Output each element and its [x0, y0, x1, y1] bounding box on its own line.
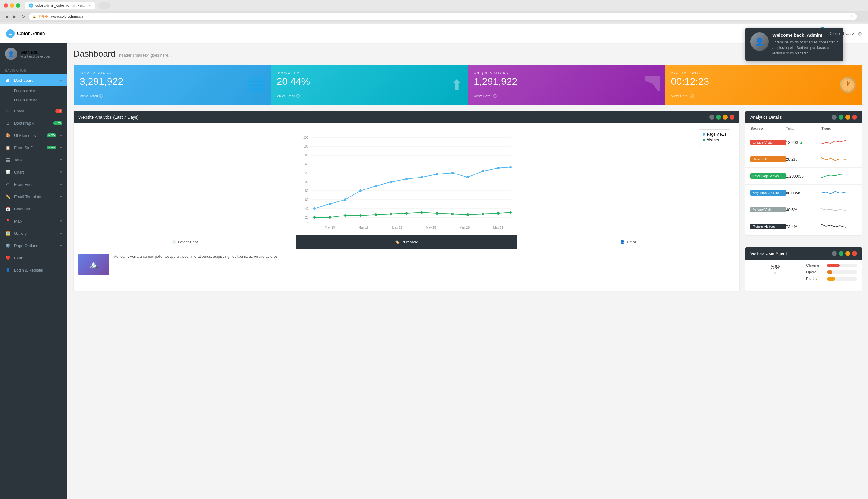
- sidebar-item-label-form-stuff: Form Stuff: [14, 145, 44, 150]
- stat-value-total-visitors: 3,291,922: [80, 76, 265, 87]
- legend-page-views: Page Views: [703, 132, 726, 136]
- sidebar-item-page-options[interactable]: ⚙️ Page Options ▼: [0, 240, 68, 252]
- sidebar: 👤 Sean Ngu Front end developer Navigatio…: [0, 43, 68, 499]
- sidebar-item-ui-elements[interactable]: 🎨 UI Elements NEW ▼: [0, 129, 68, 142]
- value-return-visitors: 73.4%: [786, 224, 821, 229]
- minimize-window-button[interactable]: [10, 3, 14, 8]
- svg-rect-0: [6, 158, 8, 159]
- bottom-tabs: 📄 Latest Post 🏷️ Purchase 👤 Email: [73, 235, 739, 280]
- svg-text:May 25: May 25: [426, 226, 436, 229]
- sidebar-item-label-map: Map: [14, 219, 56, 223]
- analytics-green-button[interactable]: [839, 115, 844, 120]
- tab-latest-post[interactable]: 📄 Latest Post: [73, 235, 296, 248]
- bootstrap-new-badge: NEW: [53, 121, 62, 125]
- ie-percent: 5%: [750, 263, 801, 271]
- sidebar-item-dashboard[interactable]: Dashboard ▼: [0, 74, 68, 86]
- svg-point-49: [344, 214, 346, 217]
- visitors-edit-button[interactable]: [832, 251, 837, 256]
- svg-rect-1: [8, 158, 10, 159]
- sidebar-item-chart[interactable]: 📊 Chart ▼: [0, 166, 68, 178]
- value-new-visits: 40.5%: [786, 208, 821, 212]
- chart-minimize-button[interactable]: [723, 115, 728, 120]
- sidebar-item-front-end[interactable]: ∞ Front End ▼: [0, 178, 68, 191]
- tab-header: 📄 Latest Post 🏷️ Purchase 👤 Email: [73, 235, 739, 249]
- chart-close-button[interactable]: [730, 115, 734, 120]
- stat-link-bounce-rate[interactable]: View Detail ⓘ: [277, 91, 462, 99]
- sidebar-item-calendar[interactable]: 📅 Calendar: [0, 203, 68, 215]
- tab-email-bottom[interactable]: 👤 Email: [517, 235, 739, 248]
- sidebar-user-name: Sean Ngu: [20, 50, 50, 54]
- stat-link-unique-visitors[interactable]: View Detail ⓘ: [474, 91, 659, 99]
- sidebar-item-email[interactable]: ✉ Email 10: [0, 105, 68, 117]
- sidebar-avatar: 👤: [5, 48, 17, 60]
- close-window-button[interactable]: [4, 3, 8, 8]
- notification-popup: 👤 Welcome back, Admin! Lorem ipsum dolor…: [746, 27, 844, 61]
- svg-point-58: [482, 213, 484, 215]
- refresh-button[interactable]: ↻: [20, 13, 26, 20]
- sidebar-item-bootstrap4[interactable]: B Bootstrap 4 NEW: [0, 117, 68, 129]
- sidebar-item-extra[interactable]: ❤️ Extra: [0, 252, 68, 264]
- chevron-right-icon-gallery: ▼: [59, 232, 62, 235]
- tables-icon: [5, 157, 11, 163]
- analytics-edit-button[interactable]: [832, 115, 837, 120]
- purchase-icon: 🏷️: [395, 240, 400, 244]
- stat-link-avg-time[interactable]: View Detail ⓘ: [671, 91, 856, 99]
- sidebar-item-gallery[interactable]: 🖼️ Gallery ▼: [0, 227, 68, 240]
- sidebar-item-label-login-register: Login & Register: [14, 268, 62, 272]
- chart-edit-button[interactable]: [709, 115, 714, 120]
- chrome-track: [827, 264, 857, 267]
- visitors-user-agent-panel: Visitors User Agent 5% IE: [746, 247, 862, 291]
- back-button[interactable]: ◀: [4, 13, 10, 20]
- sidebar-item-email-template[interactable]: ✏️ Email Template ▼: [0, 191, 68, 203]
- maximize-window-button[interactable]: [16, 3, 20, 8]
- svg-text:60: 60: [305, 198, 309, 202]
- sidebar-item-tables[interactable]: Tables ▼: [0, 154, 68, 166]
- stat-link-total-visitors[interactable]: View Detail ⓘ: [80, 91, 265, 99]
- bootstrap-icon: B: [5, 120, 11, 126]
- svg-text:May 28: May 28: [460, 226, 470, 229]
- tab-close-button[interactable]: ✕: [88, 4, 91, 7]
- new-tab-button[interactable]: [98, 2, 111, 9]
- people-icon: 👤: [620, 240, 625, 244]
- analytics-minimize-button[interactable]: [845, 115, 850, 120]
- forward-button[interactable]: ▶: [12, 13, 18, 20]
- svg-point-59: [497, 212, 499, 215]
- stat-label-bounce-rate: BOUNCE RATE: [277, 71, 462, 75]
- notification-body: Lorem ipsum dolor sit amet, consectetur …: [772, 39, 839, 56]
- chart-green-button[interactable]: [716, 115, 721, 120]
- chart-icon: 📊: [5, 169, 11, 175]
- visitors-minimize-button[interactable]: [845, 251, 850, 256]
- visitors-close-button[interactable]: [852, 251, 857, 256]
- svg-text:May 15: May 15: [325, 226, 335, 229]
- svg-point-45: [497, 167, 499, 169]
- sidebar-subitem-dashboard-v2[interactable]: Dashboard v2: [0, 96, 68, 105]
- browser-tab[interactable]: 🌐 color admin_color admin 下载... ✕: [25, 2, 95, 10]
- legend-visitors: Visitors: [703, 138, 726, 142]
- svg-text:0: 0: [306, 222, 309, 225]
- heart-icon: ❤️: [5, 255, 11, 261]
- sidebar-item-map[interactable]: 📍 Map ▼: [0, 215, 68, 227]
- analytics-panel-actions: [832, 115, 857, 120]
- sidebar-item-login-register[interactable]: 👤 Login & Register: [0, 264, 68, 276]
- svg-point-36: [359, 190, 362, 192]
- notification-close-button[interactable]: Close: [830, 31, 840, 36]
- svg-point-53: [405, 212, 408, 215]
- gear-icon[interactable]: ⚙: [858, 31, 862, 37]
- svg-point-38: [390, 181, 392, 183]
- browser-stats-top: 5% IE Chrome: [750, 263, 857, 283]
- tab-purchase[interactable]: 🏷️ Purchase: [296, 235, 518, 248]
- svg-point-39: [405, 178, 408, 180]
- sidebar-subitem-dashboard-v1[interactable]: Dashboard v1: [0, 86, 68, 96]
- firefox-track: [827, 277, 857, 281]
- bookmark-icon[interactable]: ☆: [850, 14, 853, 19]
- browser-bar-firefox: Firefox: [806, 277, 857, 281]
- visitors-green-button[interactable]: [839, 251, 844, 256]
- sidebar-item-form-stuff[interactable]: 📋 Form Stuff NEW ▼: [0, 142, 68, 154]
- tab-content-area: 🏔️ Aenean viverra arcu nec pellentesque …: [73, 249, 739, 280]
- analytics-row-bounce-rate: Bounce Rate 28.2%: [746, 151, 862, 168]
- analytics-close-button[interactable]: [852, 115, 857, 120]
- url-bar[interactable]: 🔓 不安全 www.coloradmin.cn ☆: [29, 13, 857, 20]
- value-unique-visitor: 13,203 ▲: [786, 140, 821, 145]
- settings-icon[interactable]: ⋮: [859, 14, 864, 20]
- analytics-table-header: Source Total Trend: [746, 123, 862, 134]
